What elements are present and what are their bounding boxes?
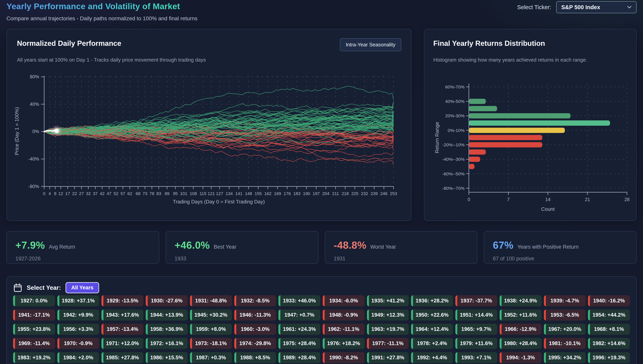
year-chip-1948[interactable]: 1948: -0.9%	[323, 310, 365, 320]
svg-text:197: 197	[313, 191, 320, 196]
svg-text:Trading Days (Day 0 = First Tr: Trading Days (Day 0 = First Trading Day)	[173, 199, 265, 204]
year-chip-1946[interactable]: 1946: -11.3%	[234, 310, 276, 320]
year-chip-1969[interactable]: 1969: -11.4%	[13, 338, 55, 349]
year-chip-label: 1928: +37.1%	[62, 298, 95, 304]
year-chip-1962[interactable]: 1962: -11.1%	[323, 324, 365, 335]
year-chip-1978[interactable]: 1978: +2.4%	[411, 338, 453, 349]
year-chip-1963[interactable]: 1963: +19.7%	[367, 324, 409, 335]
svg-text:40%-50%: 40%-50%	[445, 99, 465, 104]
year-chip-1929[interactable]: 1929: -13.5%	[101, 295, 143, 306]
year-chip-1983[interactable]: 1983: +19.2%	[13, 352, 55, 363]
year-chip-1955[interactable]: 1955: +23.8%	[13, 324, 55, 335]
year-chip-1968[interactable]: 1968: +8.1%	[588, 324, 630, 335]
year-chip-1986[interactable]: 1986: +15.5%	[146, 352, 188, 363]
year-chip-1979[interactable]: 1979: +11.6%	[455, 338, 497, 349]
year-chip-1928[interactable]: 1928: +37.1%	[57, 295, 99, 306]
all-years-button[interactable]: All Years	[66, 282, 99, 293]
year-chip-1964[interactable]: 1964: +12.4%	[411, 324, 453, 335]
year-chip-1976[interactable]: 1976: +18.2%	[323, 338, 365, 349]
year-chip-1943[interactable]: 1943: +17.6%	[101, 310, 143, 320]
year-chip-1953[interactable]: 1953: -6.5%	[544, 310, 586, 320]
intra-year-seasonality-button[interactable]: Intra-Year Seasonality	[340, 38, 401, 51]
year-chip-1991[interactable]: 1991: +27.8%	[367, 352, 409, 363]
year-chip-1973[interactable]: 1973: -18.1%	[190, 338, 232, 349]
year-chip-1992[interactable]: 1992: +4.4%	[411, 352, 453, 363]
year-chip-1945[interactable]: 1945: +30.2%	[190, 310, 232, 320]
year-chip-1940[interactable]: 1940: -16.2%	[588, 295, 630, 306]
year-chip-1974[interactable]: 1974: -29.8%	[234, 338, 276, 349]
chip-accent-bar	[323, 310, 325, 320]
year-chip-label: 1938: +24.9%	[504, 298, 537, 304]
year-chip-1994[interactable]: 1994: -1.3%	[500, 352, 542, 363]
year-chip-1993[interactable]: 1993: +7.1%	[455, 352, 497, 363]
normalized-performance-panel: 80%40%0%-40%-80%048121722273237424752576…	[7, 29, 411, 221]
year-chip-1956[interactable]: 1956: +3.3%	[57, 324, 99, 335]
year-chip-1966[interactable]: 1966: -12.9%	[500, 324, 542, 335]
year-chip-1937[interactable]: 1937: -37.7%	[455, 295, 497, 306]
year-chip-1950[interactable]: 1950: +22.6%	[411, 310, 453, 320]
year-chip-1939[interactable]: 1939: -4.7%	[544, 295, 586, 306]
year-chip-1984[interactable]: 1984: +2.0%	[57, 352, 99, 363]
year-chip-label: 1995: +34.2%	[548, 355, 581, 361]
year-chip-1931[interactable]: 1931: -48.8%	[190, 295, 232, 306]
svg-text:253: 253	[390, 191, 397, 196]
year-chip-1938[interactable]: 1938: +24.9%	[500, 295, 542, 306]
year-chip-1942[interactable]: 1942: +9.9%	[57, 310, 99, 320]
year-chip-1930[interactable]: 1930: -27.6%	[146, 295, 188, 306]
year-chip-1951[interactable]: 1951: +14.4%	[455, 310, 497, 320]
year-chip-1932[interactable]: 1932: -8.5%	[234, 295, 276, 306]
year-chip-1927[interactable]: 1927: 0.0%	[13, 295, 55, 306]
year-chip-1947[interactable]: 1947: +0.7%	[278, 310, 320, 320]
year-chip-1990[interactable]: 1990: -8.2%	[323, 352, 365, 363]
year-chip-1960[interactable]: 1960: -3.0%	[234, 324, 276, 335]
chip-accent-bar	[588, 352, 590, 363]
year-chip-1959[interactable]: 1959: +8.0%	[190, 324, 232, 335]
year-chip-1941[interactable]: 1941: -17.1%	[13, 310, 55, 320]
stat-subtext: 1927-2026	[16, 256, 150, 262]
year-chip-1988[interactable]: 1988: +8.5%	[234, 352, 276, 363]
year-chip-1934[interactable]: 1934: -6.0%	[323, 295, 365, 306]
year-chip-1952[interactable]: 1952: +11.6%	[500, 310, 542, 320]
svg-text:89: 89	[165, 191, 169, 196]
year-chip-1957[interactable]: 1957: -13.4%	[101, 324, 143, 335]
year-chip-1985[interactable]: 1985: +27.8%	[101, 352, 143, 363]
chip-accent-bar	[278, 338, 280, 349]
year-chip-1970[interactable]: 1970: -0.9%	[57, 338, 99, 349]
performance-panel-title: Normalized Daily Performance	[17, 39, 121, 48]
chip-accent-bar	[13, 352, 15, 363]
year-chip-1967[interactable]: 1967: +20.0%	[544, 324, 586, 335]
year-chip-1989[interactable]: 1989: +28.4%	[278, 352, 320, 363]
year-chip-1987[interactable]: 1987: +0.3%	[190, 352, 232, 363]
year-chip-1972[interactable]: 1972: +16.1%	[146, 338, 188, 349]
chip-accent-bar	[588, 338, 590, 349]
year-chip-label: 1980: +28.4%	[504, 340, 537, 346]
chip-accent-bar	[544, 295, 546, 306]
year-chip-1936[interactable]: 1936: +28.2%	[411, 295, 453, 306]
chip-accent-bar	[190, 310, 192, 320]
year-chip-1995[interactable]: 1995: +34.2%	[544, 352, 586, 363]
year-chip-1958[interactable]: 1958: +36.9%	[146, 324, 188, 335]
svg-text:12: 12	[58, 191, 63, 196]
year-chip-1996[interactable]: 1996: +19.3%	[588, 352, 630, 363]
svg-text:73: 73	[143, 191, 147, 196]
ticker-select[interactable]: S&P 500 Index	[556, 1, 636, 13]
year-chip-1961[interactable]: 1961: +24.3%	[278, 324, 320, 335]
year-chip-1971[interactable]: 1971: +12.0%	[101, 338, 143, 349]
year-chip-1954[interactable]: 1954: +44.2%	[588, 310, 630, 320]
year-chip-label: 1930: -27.6%	[151, 298, 182, 304]
year-chip-1935[interactable]: 1935: +41.2%	[367, 295, 409, 306]
year-chip-1982[interactable]: 1982: +14.6%	[588, 338, 630, 349]
year-chip-1975[interactable]: 1975: +28.4%	[278, 338, 320, 349]
year-chip-1981[interactable]: 1981: -10.1%	[544, 338, 586, 349]
year-chip-1949[interactable]: 1949: +12.3%	[367, 310, 409, 320]
chip-accent-bar	[101, 310, 103, 320]
year-chip-1965[interactable]: 1965: +9.7%	[455, 324, 497, 335]
svg-text:190: 190	[303, 191, 310, 196]
svg-text:183: 183	[293, 191, 300, 196]
year-chip-1933[interactable]: 1933: +46.0%	[278, 295, 320, 306]
year-chip-label: 1992: +4.4%	[417, 355, 447, 361]
year-chip-1980[interactable]: 1980: +28.4%	[500, 338, 542, 349]
year-chip-1944[interactable]: 1944: +13.9%	[146, 310, 188, 320]
year-chip-1977[interactable]: 1977: -11.1%	[367, 338, 409, 349]
year-chip-label: 1960: -3.0%	[241, 326, 269, 332]
